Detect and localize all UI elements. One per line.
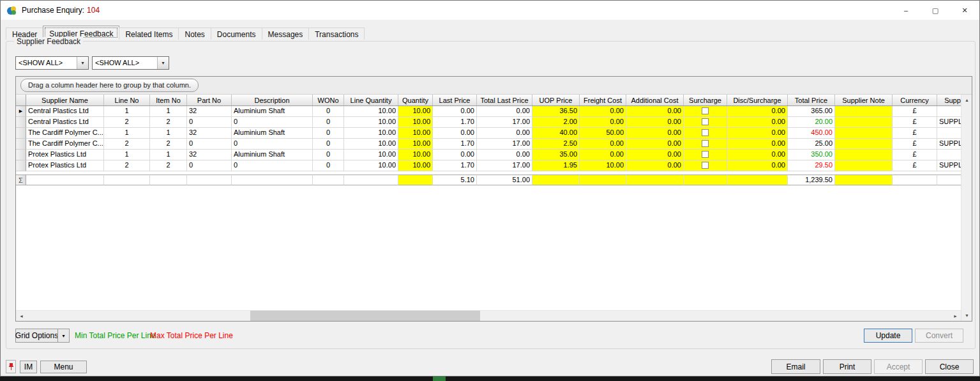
cell-supplier_note[interactable] xyxy=(835,106,893,117)
column-header-freight_cost[interactable]: Freight Cost xyxy=(580,95,626,105)
column-header-wono[interactable]: WONo xyxy=(313,95,344,105)
cell-currency[interactable]: £ xyxy=(893,160,937,171)
column-header-supplier_extra[interactable]: Supplie xyxy=(937,95,961,105)
surcharge-checkbox[interactable] xyxy=(702,151,709,158)
grid-row[interactable]: The Cardiff Polymer C...1132Aluminium Sh… xyxy=(16,128,961,139)
cell-line_no[interactable]: 1 xyxy=(104,150,150,160)
grid-row[interactable]: Protex Plastics Ltd1132Aluminium Shaft01… xyxy=(16,150,961,160)
cell-total_last_price[interactable]: 17.00 xyxy=(477,117,532,128)
scroll-left-icon[interactable]: ◄ xyxy=(16,311,27,321)
row-selector[interactable] xyxy=(16,117,26,128)
cell-total_last_price[interactable]: 0.00 xyxy=(477,106,532,117)
cell-supplier_note[interactable] xyxy=(835,117,893,128)
cell-item_no[interactable]: 1 xyxy=(150,150,187,160)
cell-line_quantity[interactable]: 10.00 xyxy=(344,128,398,139)
cell-freight_cost[interactable]: 0.00 xyxy=(580,106,626,117)
scroll-down-icon[interactable]: ▼ xyxy=(961,310,972,321)
cell-disc_surcharge[interactable]: 0.00 xyxy=(727,117,788,128)
cell-quantity[interactable]: 10.00 xyxy=(398,160,433,171)
cell-surcharge[interactable] xyxy=(684,150,727,160)
cell-line_quantity[interactable]: 10.00 xyxy=(344,106,398,117)
cell-wono[interactable]: 0 xyxy=(313,139,344,150)
surcharge-checkbox[interactable] xyxy=(702,129,709,136)
cell-additional_cost[interactable]: 0.00 xyxy=(626,106,684,117)
cell-currency[interactable]: £ xyxy=(893,117,937,128)
cell-supplier_extra[interactable]: SUPPLI xyxy=(937,160,961,171)
cell-last_price[interactable]: 0.00 xyxy=(433,150,477,160)
column-header-part_no[interactable]: Part No xyxy=(187,95,232,105)
cell-supplier_note[interactable] xyxy=(835,160,893,171)
cell-additional_cost[interactable]: 0.00 xyxy=(626,139,684,150)
cell-supplier_name[interactable]: The Cardiff Polymer C... xyxy=(26,139,104,150)
row-selector[interactable] xyxy=(16,128,26,139)
cell-part_no[interactable]: 0 xyxy=(187,160,232,171)
cell-supplier_name[interactable]: The Cardiff Polymer C... xyxy=(26,128,104,139)
email-button[interactable]: Email xyxy=(771,359,820,374)
cell-line_no[interactable]: 1 xyxy=(104,128,150,139)
tab-related-items[interactable]: Related Items xyxy=(119,27,179,40)
cell-line_no[interactable]: 2 xyxy=(104,139,150,150)
cell-description[interactable]: Aluminium Shaft xyxy=(232,150,313,160)
scroll-up-icon[interactable]: ▲ xyxy=(961,95,972,105)
h-scroll-track[interactable] xyxy=(27,311,950,321)
cell-supplier_note[interactable] xyxy=(835,139,893,150)
v-scroll-track[interactable] xyxy=(961,105,972,310)
print-button[interactable]: Print xyxy=(823,359,871,374)
cell-disc_surcharge[interactable]: 0.00 xyxy=(727,160,788,171)
cell-quantity[interactable]: 10.00 xyxy=(398,139,433,150)
current-row-pointer-icon[interactable]: ▶ xyxy=(16,106,26,117)
column-header-description[interactable]: Description xyxy=(232,95,313,105)
cell-wono[interactable]: 0 xyxy=(313,128,344,139)
h-scroll-thumb[interactable] xyxy=(250,311,480,321)
cell-supplier_name[interactable]: Protex Plastics Ltd xyxy=(26,160,104,171)
supplier-filter-combo[interactable]: <SHOW ALL> ▾ xyxy=(15,56,89,70)
column-header-uop_price[interactable]: UOP Price xyxy=(532,95,580,105)
menu-button[interactable]: Menu xyxy=(40,361,87,373)
cell-uop_price[interactable]: 2.00 xyxy=(532,117,580,128)
cell-quantity[interactable]: 10.00 xyxy=(398,106,433,117)
titlebar[interactable]: Purchase Enquiry:104 – ▢ ✕ xyxy=(1,1,979,20)
cell-currency[interactable]: £ xyxy=(893,106,937,117)
im-button[interactable]: IM xyxy=(20,361,37,373)
minimize-icon[interactable]: – xyxy=(891,1,921,20)
cell-supplier_note[interactable] xyxy=(835,150,893,160)
cell-line_quantity[interactable]: 10.00 xyxy=(344,139,398,150)
cell-supplier_name[interactable]: Central Plastics Ltd xyxy=(26,106,104,117)
cell-last_price[interactable]: 0.00 xyxy=(433,128,477,139)
column-header-surcharge[interactable]: Surcharge xyxy=(684,95,727,105)
tab-transactions[interactable]: Transactions xyxy=(308,27,365,40)
column-header-item_no[interactable]: Item No xyxy=(150,95,187,105)
column-header-disc_surcharge[interactable]: Disc/Surcharge xyxy=(727,95,788,105)
cell-supplier_extra[interactable] xyxy=(937,150,961,160)
cell-item_no[interactable]: 2 xyxy=(150,117,187,128)
cell-total_price[interactable]: 450.00 xyxy=(788,128,835,139)
column-header-total_price[interactable]: Total Price xyxy=(788,95,835,105)
cell-wono[interactable]: 0 xyxy=(313,150,344,160)
cell-description[interactable]: Aluminium Shaft xyxy=(232,128,313,139)
cell-disc_surcharge[interactable]: 0.00 xyxy=(727,106,788,117)
cell-line_no[interactable]: 1 xyxy=(104,106,150,117)
cell-additional_cost[interactable]: 0.00 xyxy=(626,117,684,128)
cell-wono[interactable]: 0 xyxy=(313,160,344,171)
tab-documents[interactable]: Documents xyxy=(211,27,262,40)
cell-part_no[interactable]: 32 xyxy=(187,150,232,160)
cell-uop_price[interactable]: 1.95 xyxy=(532,160,580,171)
row-selector[interactable] xyxy=(16,139,26,150)
line-filter-combo[interactable]: <SHOW ALL> ▾ xyxy=(92,56,169,70)
cell-part_no[interactable]: 0 xyxy=(187,139,232,150)
grid-row[interactable]: The Cardiff Polymer C...2200010.0010.001… xyxy=(16,139,961,150)
cell-total_last_price[interactable]: 0.00 xyxy=(477,128,532,139)
cell-item_no[interactable]: 1 xyxy=(150,128,187,139)
cell-part_no[interactable]: 32 xyxy=(187,128,232,139)
column-header-supplier_name[interactable]: Supplier Name xyxy=(26,95,104,105)
surcharge-checkbox[interactable] xyxy=(702,107,709,114)
vertical-scrollbar[interactable]: ▲ ▼ xyxy=(961,95,972,321)
cell-uop_price[interactable]: 2.50 xyxy=(532,139,580,150)
cell-item_no[interactable]: 2 xyxy=(150,139,187,150)
cell-uop_price[interactable]: 36.50 xyxy=(532,106,580,117)
cell-total_price[interactable]: 350.00 xyxy=(788,150,835,160)
pin-button[interactable] xyxy=(6,360,16,373)
row-selector[interactable] xyxy=(16,160,26,171)
cell-quantity[interactable]: 10.00 xyxy=(398,128,433,139)
cell-line_no[interactable]: 2 xyxy=(104,160,150,171)
